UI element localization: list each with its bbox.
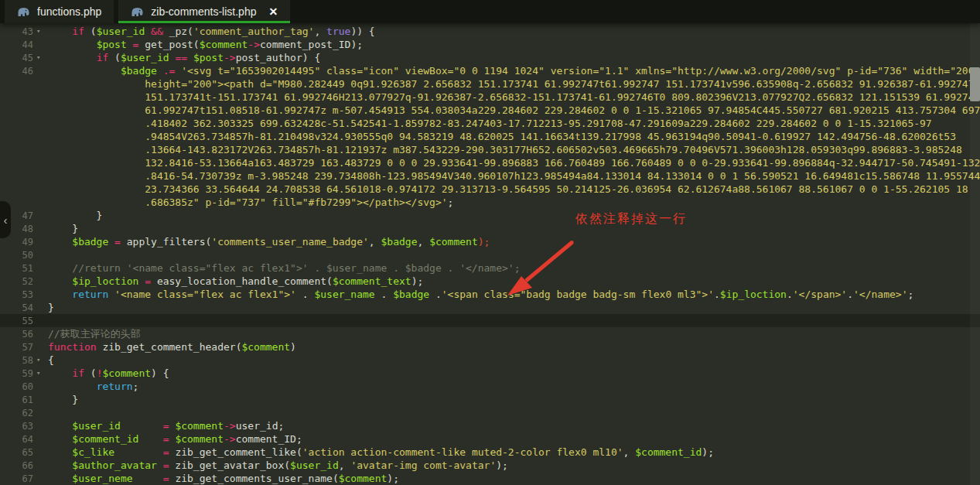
code-line[interactable]: 43▾ if ($user_id && _pz('comment_author_… bbox=[0, 25, 980, 38]
code-line[interactable]: 47 } bbox=[0, 209, 980, 222]
code-line[interactable]: 65 $c_like = zib_get_comment_like('actio… bbox=[0, 446, 980, 459]
code-line[interactable]: 50 bbox=[0, 248, 980, 261]
code-line[interactable]: 52 $ip_loction = easy_location_handle_co… bbox=[0, 275, 980, 288]
code-text: $badge = apply_filters('comments_user_na… bbox=[48, 236, 490, 248]
line-number[interactable]: 58 bbox=[0, 354, 33, 367]
line-number[interactable]: 45 bbox=[0, 52, 33, 65]
code-text: 61.992747t151.08518-61.992747z m-507.454… bbox=[48, 104, 980, 116]
code-line[interactable]: .94854V263.734857h-81.210498v324.930555q… bbox=[0, 130, 980, 143]
code-text: return; bbox=[48, 381, 138, 392]
code-line[interactable]: 60 return; bbox=[0, 380, 980, 393]
code-text: .94854V263.734857h-81.210498v324.930555q… bbox=[48, 131, 956, 142]
code-line[interactable]: 132.8416-53.13664a163.483729 163.483729 … bbox=[0, 156, 980, 169]
line-number[interactable]: 65 bbox=[0, 446, 33, 459]
code-line[interactable]: 61.992747t151.08518-61.992747z m-507.454… bbox=[0, 104, 980, 117]
code-line[interactable]: 67 $user_neme = zib_get_comments_user_na… bbox=[0, 472, 980, 485]
code-line[interactable]: 66 $author_avatar = zib_get_avatar_box($… bbox=[0, 459, 980, 472]
line-number[interactable]: 51 bbox=[0, 262, 33, 275]
code-text: } bbox=[48, 210, 102, 221]
line-number[interactable]: 53 bbox=[0, 289, 33, 302]
code-text: } bbox=[48, 394, 78, 405]
code-line[interactable]: 56//获取主评论的头部 bbox=[0, 327, 980, 340]
annotation-text: 依然注释掉这一行 bbox=[575, 211, 687, 227]
code-text: $user_neme = zib_get_comments_user_name(… bbox=[48, 473, 399, 484]
code-line[interactable]: 45▾ if ($user_id == $post->post_author) … bbox=[0, 51, 980, 64]
line-number[interactable]: 63 bbox=[0, 420, 33, 433]
code-line[interactable]: .8416-54.730739z m-3.985248 239.734808h-… bbox=[0, 169, 980, 183]
code-line[interactable]: 51 //return '<name class="flex ac flex1"… bbox=[0, 261, 980, 275]
line-number[interactable]: 64 bbox=[0, 433, 33, 446]
code-line[interactable]: 44 $post = get_post($comment->comment_po… bbox=[0, 38, 980, 51]
code-line[interactable]: .13664-143.823172V263.734857h-81.121937z… bbox=[0, 143, 980, 156]
line-number[interactable]: 46 bbox=[0, 65, 33, 78]
line-number[interactable]: 56 bbox=[0, 328, 33, 341]
code-line[interactable]: 49 $badge = apply_filters('comments_user… bbox=[0, 235, 980, 248]
fold-arrow-icon[interactable]: ▾ bbox=[36, 25, 40, 38]
code-text: .418402 362.303325 699.632428c-51.542541… bbox=[48, 118, 932, 129]
fold-arrow-icon[interactable]: ▾ bbox=[36, 354, 40, 367]
code-text: //获取主评论的头部 bbox=[48, 328, 141, 340]
line-number[interactable]: 54 bbox=[0, 302, 33, 315]
tab-label: functions.php bbox=[37, 5, 101, 18]
code-line[interactable]: .418402 362.303325 699.632428c-51.542541… bbox=[0, 117, 980, 130]
vertical-scrollbar[interactable] bbox=[970, 23, 980, 485]
code-line[interactable]: 63 $user_id = $comment->user_id; bbox=[0, 419, 980, 432]
code-text: 132.8416-53.13664a163.483729 163.483729 … bbox=[48, 157, 980, 169]
code-line[interactable]: 58▾{ bbox=[0, 354, 980, 367]
code-text: //return '<name class="flex ac flex1">' … bbox=[48, 262, 521, 274]
code-line[interactable]: 48 } bbox=[0, 222, 980, 235]
code-text: 151.173741t-151.173741 61.992746H213.077… bbox=[48, 91, 980, 103]
code-line[interactable]: 46 $badge .= '<svg t="1653902014495" cla… bbox=[0, 64, 980, 77]
line-number[interactable]: 67 bbox=[0, 473, 33, 485]
line-number[interactable]: 52 bbox=[0, 275, 33, 289]
close-icon[interactable]: ✕ bbox=[268, 5, 278, 18]
code-text: .8416-54.730739z m-3.985248 239.734808h-… bbox=[48, 170, 980, 182]
tab-label: zib-comments-list.php bbox=[151, 5, 256, 18]
fold-arrow-icon[interactable]: ▾ bbox=[36, 367, 40, 380]
tab-functions-php[interactable]: functions.php bbox=[5, 0, 114, 23]
line-number[interactable]: 62 bbox=[0, 407, 33, 420]
code-line[interactable]: 55 bbox=[0, 314, 980, 327]
code-text: $author_avatar = zib_get_avatar_box($use… bbox=[48, 459, 508, 471]
code-text: height="200"><path d="M980.282449 0q91.9… bbox=[48, 78, 975, 90]
line-number[interactable]: 61 bbox=[0, 394, 33, 407]
code-text: { bbox=[48, 354, 54, 366]
line-number[interactable]: 60 bbox=[0, 381, 33, 394]
editor-pane[interactable]: 43▾ if ($user_id && _pz('comment_author_… bbox=[0, 23, 980, 485]
code-line[interactable]: .686385z" p-id="737" fill="#fb7299"></pa… bbox=[0, 196, 980, 209]
line-number[interactable]: 43 bbox=[0, 26, 33, 39]
line-number[interactable]: 55 bbox=[0, 315, 33, 328]
code-line[interactable]: height="200"><path d="M980.282449 0q91.9… bbox=[0, 77, 980, 91]
line-number[interactable]: 57 bbox=[0, 341, 33, 354]
line-number[interactable]: 66 bbox=[0, 459, 33, 473]
code-text: if ($user_id == $post->post_author) { bbox=[48, 52, 320, 63]
scrollbar-thumb[interactable] bbox=[970, 67, 980, 101]
tab-zib-comments-list-php[interactable]: zib-comments-list.php ✕ bbox=[118, 0, 290, 23]
code-text: $ip_loction = easy_location_handle_comme… bbox=[48, 275, 423, 287]
code-text: .686385z" p-id="737" fill="#fb7299"></pa… bbox=[48, 196, 453, 208]
code-text: } bbox=[48, 302, 54, 313]
chevron-left-icon: ‹ bbox=[4, 213, 8, 227]
code-line[interactable]: 61 } bbox=[0, 393, 980, 406]
code-line[interactable]: 57function zib_get_comment_header($comme… bbox=[0, 340, 980, 354]
code-text: $c_like = zib_get_comment_like('action a… bbox=[48, 446, 714, 458]
code-line[interactable]: 151.173741t-151.173741 61.992746H213.077… bbox=[0, 91, 980, 104]
code-line[interactable]: 54} bbox=[0, 301, 980, 314]
sidebar-collapse-handle[interactable]: ‹ bbox=[0, 201, 11, 238]
php-icon bbox=[131, 6, 145, 17]
code-text: 23.734366 33.564644 24.708538 64.561018-… bbox=[48, 183, 968, 195]
code-line[interactable]: 62 bbox=[0, 406, 980, 419]
fold-arrow-icon[interactable]: ▾ bbox=[36, 51, 40, 64]
code-line[interactable]: 59▾ if (!$comment) { bbox=[0, 367, 980, 380]
code-line[interactable]: 53 return '<name class="flex ac flex1">'… bbox=[0, 288, 980, 301]
code-text: } bbox=[48, 223, 78, 234]
code-line[interactable]: 23.734366 33.564644 24.708538 64.561018-… bbox=[0, 183, 980, 196]
code-line[interactable]: 64 $comment_id = $comment->comment_ID; bbox=[0, 432, 980, 446]
code-text: $user_id = $comment->user_id; bbox=[48, 420, 284, 432]
code-editor-window: functions.php zib-comments-list.php ✕ 43… bbox=[0, 0, 980, 485]
line-number[interactable]: 44 bbox=[0, 39, 33, 52]
code-text: if ($user_id && _pz('comment_author_tag'… bbox=[48, 26, 375, 37]
tab-bar: functions.php zib-comments-list.php ✕ bbox=[0, 0, 980, 23]
line-number[interactable]: 59 bbox=[0, 367, 33, 381]
line-number[interactable]: 50 bbox=[0, 249, 33, 262]
